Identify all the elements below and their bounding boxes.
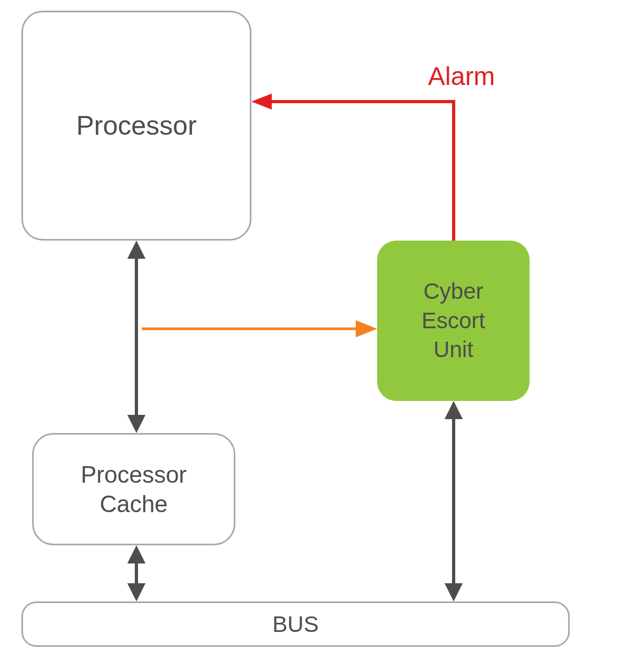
alarm-label: Alarm <box>428 61 495 91</box>
svg-marker-1 <box>127 241 146 259</box>
svg-marker-2 <box>127 415 146 433</box>
svg-marker-10 <box>356 320 377 337</box>
processor-box: Processor <box>21 11 251 241</box>
arrow-ceu-bus <box>440 401 467 601</box>
bus-box: BUS <box>21 601 570 647</box>
svg-marker-4 <box>127 545 146 563</box>
arrow-link-to-ceu <box>142 318 377 339</box>
ceu-label: Cyber Escort Unit <box>422 277 485 365</box>
svg-marker-5 <box>127 583 146 601</box>
processor-label: Processor <box>76 110 196 141</box>
cache-label: Processor Cache <box>81 460 187 519</box>
cyber-escort-unit-box: Cyber Escort Unit <box>377 241 530 401</box>
processor-cache-box: Processor Cache <box>32 433 235 545</box>
svg-marker-8 <box>445 583 463 601</box>
svg-marker-7 <box>445 401 463 419</box>
svg-marker-11 <box>251 94 272 110</box>
arrow-cache-bus <box>123 545 150 601</box>
arrow-alarm <box>251 94 465 243</box>
bus-label: BUS <box>272 612 318 637</box>
